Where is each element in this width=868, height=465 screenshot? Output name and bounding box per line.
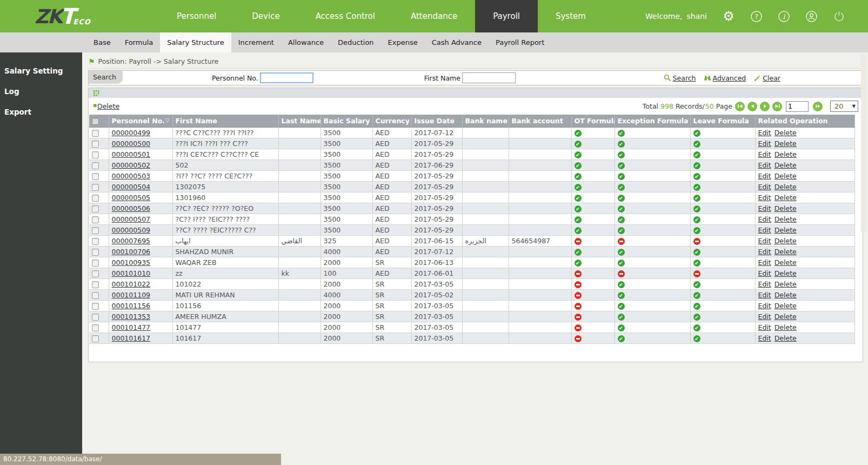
go-page-button[interactable] — [813, 102, 823, 111]
row-delete-link[interactable]: Delete — [774, 269, 797, 277]
top-nav-access-control[interactable]: Access Control — [298, 0, 393, 32]
row-checkbox[interactable] — [92, 173, 99, 180]
power-icon[interactable] — [832, 10, 845, 23]
row-edit-link[interactable]: Edit — [758, 237, 771, 245]
row-edit-link[interactable]: Edit — [758, 280, 771, 288]
personnel-no-link[interactable]: 000101353 — [112, 313, 151, 321]
bulk-delete-button[interactable]: Delete — [93, 102, 119, 110]
tab-allowance[interactable]: Allowance — [281, 32, 331, 52]
column-header-currency[interactable]: Currency — [372, 115, 411, 127]
row-edit-link[interactable]: Edit — [758, 248, 771, 256]
personnel-no-link[interactable]: 000101617 — [112, 334, 151, 342]
personnel-no-link[interactable]: 000000499 — [112, 129, 151, 137]
personnel-no-link[interactable]: 000101022 — [112, 280, 151, 288]
prev-page-button[interactable] — [747, 102, 757, 111]
info-icon[interactable]: i — [777, 10, 790, 23]
row-checkbox[interactable] — [92, 205, 99, 212]
sidebar-item-salary-setting[interactable]: Salary Setting — [4, 67, 82, 75]
row-checkbox[interactable] — [92, 141, 99, 148]
row-delete-link[interactable]: Delete — [774, 194, 797, 202]
top-nav-device[interactable]: Device — [234, 0, 297, 32]
personnel-no-link[interactable]: 000100935 — [112, 258, 151, 267]
vertical-scrollbar[interactable] — [861, 54, 866, 232]
advanced-button[interactable]: Advanced — [704, 74, 746, 82]
page-number-input[interactable] — [786, 101, 809, 112]
user-icon[interactable] — [805, 10, 818, 23]
row-checkbox[interactable] — [92, 184, 99, 191]
tab-formula[interactable]: Formula — [118, 32, 161, 52]
column-header-issue-date[interactable]: Issue Date — [411, 115, 462, 127]
row-edit-link[interactable]: Edit — [758, 302, 771, 310]
row-edit-link[interactable]: Edit — [758, 194, 771, 202]
row-checkbox[interactable] — [92, 130, 99, 137]
row-delete-link[interactable]: Delete — [774, 248, 797, 256]
row-edit-link[interactable]: Edit — [758, 313, 771, 321]
row-delete-link[interactable]: Delete — [774, 334, 797, 342]
row-delete-link[interactable]: Delete — [774, 302, 797, 310]
row-delete-link[interactable]: Delete — [774, 226, 797, 234]
personnel-no-link[interactable]: 000000505 — [112, 194, 151, 202]
row-checkbox[interactable] — [92, 335, 99, 342]
row-checkbox[interactable] — [92, 162, 99, 169]
top-nav-payroll[interactable]: Payroll — [475, 0, 538, 32]
row-edit-link[interactable]: Edit — [758, 258, 771, 267]
row-edit-link[interactable]: Edit — [758, 204, 771, 212]
first-name-input[interactable] — [462, 72, 516, 83]
column-header-basic-salary[interactable]: Basic Salary — [321, 115, 372, 127]
row-checkbox[interactable] — [92, 314, 99, 321]
row-delete-link[interactable]: Delete — [774, 161, 797, 169]
tab-salary-structure[interactable]: Salary Structure — [160, 32, 231, 52]
column-header-last-name[interactable]: Last Name — [278, 115, 321, 127]
column-header-first-name[interactable]: First Name — [172, 115, 278, 127]
sort-icon[interactable]: ▽ — [165, 117, 170, 123]
top-nav-personnel[interactable]: Personnel — [159, 0, 234, 32]
column-header-leave-formula[interactable]: Leave Formula — [690, 115, 755, 127]
tab-deduction[interactable]: Deduction — [331, 32, 381, 52]
row-checkbox[interactable] — [92, 260, 99, 267]
row-edit-link[interactable]: Edit — [758, 150, 771, 158]
row-checkbox[interactable] — [92, 324, 99, 331]
row-checkbox[interactable] — [92, 281, 99, 288]
row-delete-link[interactable]: Delete — [774, 258, 797, 267]
top-nav-attendance[interactable]: Attendance — [393, 0, 475, 32]
personnel-no-link[interactable]: 000000500 — [112, 140, 151, 148]
personnel-no-link[interactable]: 000101156 — [112, 302, 151, 310]
row-delete-link[interactable]: Delete — [774, 237, 797, 245]
row-checkbox[interactable] — [92, 292, 99, 299]
row-checkbox[interactable] — [92, 195, 99, 202]
row-checkbox[interactable] — [92, 303, 99, 310]
page-size-select[interactable]: 20 ▼ — [830, 101, 858, 112]
row-delete-link[interactable]: Delete — [774, 215, 797, 223]
top-nav-system[interactable]: System — [538, 0, 604, 32]
column-header-personnel-no[interactable]: Personnel No.▽ — [109, 115, 172, 127]
row-delete-link[interactable]: Delete — [774, 313, 797, 321]
tab-base[interactable]: Base — [86, 32, 118, 52]
next-page-button[interactable] — [760, 102, 770, 111]
personnel-no-link[interactable]: 000000501 — [112, 150, 151, 158]
personnel-no-link[interactable]: 000000502 — [112, 161, 151, 169]
personnel-no-link[interactable]: 000000509 — [112, 226, 151, 234]
row-delete-link[interactable]: Delete — [774, 280, 797, 288]
columns-grid-icon[interactable] — [94, 90, 99, 96]
row-edit-link[interactable]: Edit — [758, 226, 771, 234]
row-delete-link[interactable]: Delete — [774, 291, 797, 299]
row-edit-link[interactable]: Edit — [758, 129, 771, 137]
row-edit-link[interactable]: Edit — [758, 334, 771, 342]
last-page-button[interactable] — [772, 102, 782, 111]
column-header-related-operation[interactable]: Related Operation — [755, 115, 854, 127]
settings-icon[interactable]: ⚙ — [722, 10, 735, 23]
select-all-checkbox[interactable] — [92, 118, 99, 125]
row-edit-link[interactable]: Edit — [758, 269, 771, 277]
row-edit-link[interactable]: Edit — [758, 215, 771, 223]
row-checkbox[interactable] — [92, 238, 99, 245]
row-delete-link[interactable]: Delete — [774, 172, 797, 180]
column-header-bank-account[interactable]: Bank account — [509, 115, 571, 127]
clear-button[interactable]: Clear — [753, 74, 780, 82]
row-edit-link[interactable]: Edit — [758, 172, 771, 180]
row-edit-link[interactable]: Edit — [758, 291, 771, 299]
personnel-no-link[interactable]: 000100706 — [112, 248, 151, 256]
row-delete-link[interactable]: Delete — [774, 204, 797, 212]
help-icon[interactable]: ? — [750, 10, 763, 23]
row-checkbox[interactable] — [92, 151, 99, 158]
personnel-no-link[interactable]: 000101010 — [112, 269, 151, 277]
